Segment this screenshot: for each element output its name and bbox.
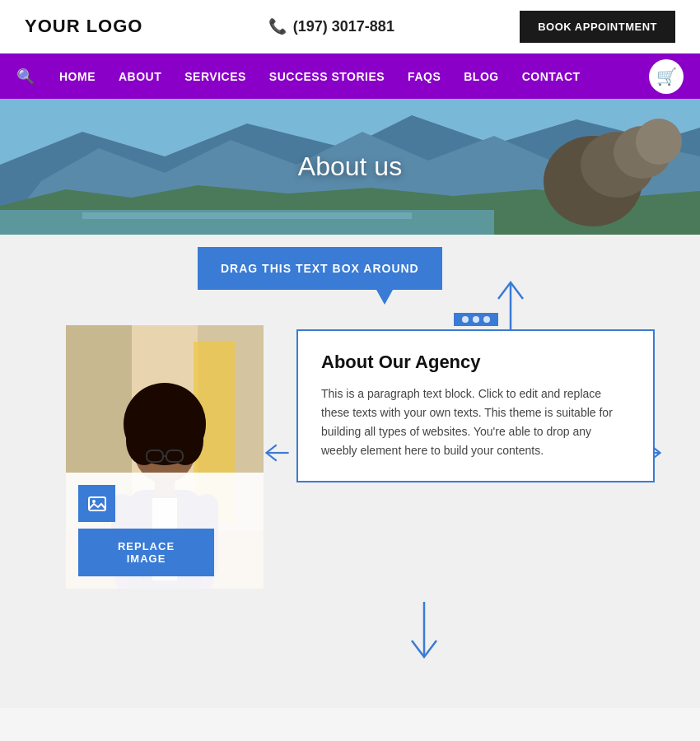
image-picker-icon-button[interactable]	[78, 485, 115, 522]
svg-rect-35	[89, 497, 105, 510]
nav-item-blog[interactable]: BLOG	[464, 70, 498, 83]
arrow-down-icon	[404, 598, 445, 667]
about-body: This is a paragraph text block. Click to…	[321, 384, 630, 460]
phone-number: (197) 3017-881	[293, 18, 394, 35]
nav-item-home[interactable]: HOME	[59, 70, 96, 83]
site-header: YOUR LOGO 📞 (197) 3017-881 BOOK APPOINTM…	[0, 0, 700, 54]
image-overlay: REPLACE IMAGE	[66, 473, 264, 589]
nav-item-success-stories[interactable]: SUCCESS STORIES	[269, 70, 385, 83]
cart-icon: 🛒	[656, 67, 677, 86]
image-icon	[87, 494, 107, 514]
main-navbar: 🔍 HOME ABOUT SERVICES SUCCESS STORIES FA…	[0, 54, 700, 99]
nav-links: HOME ABOUT SERVICES SUCCESS STORIES FAQS…	[59, 69, 581, 84]
about-title: About Our Agency	[321, 352, 630, 373]
hero-title: About us	[298, 151, 402, 182]
nav-item-contact[interactable]: CONTACT	[522, 70, 581, 83]
handle-dot-3	[483, 316, 490, 323]
book-appointment-button[interactable]: BOOK APPOINTMENT	[520, 11, 675, 43]
hero-banner: About us	[0, 99, 700, 235]
replace-image-button[interactable]: REPLACE IMAGE	[78, 529, 214, 576]
logo: YOUR LOGO	[25, 16, 142, 37]
about-box[interactable]: About Our Agency This is a paragraph tex…	[296, 329, 655, 482]
drag-handle[interactable]	[454, 313, 498, 326]
nav-item-faqs[interactable]: FAQS	[408, 70, 441, 83]
svg-point-29	[126, 416, 162, 465]
handle-dot-2	[473, 316, 479, 323]
content-area: DRAG THIS TEXT BOX AROUND	[0, 235, 700, 708]
cart-button[interactable]: 🛒	[649, 59, 684, 94]
handle-dot-1	[462, 316, 469, 323]
arrow-left-icon	[264, 440, 292, 468]
image-section: REPLACE IMAGE	[66, 325, 264, 589]
search-icon[interactable]: 🔍	[16, 68, 35, 86]
svg-point-30	[167, 416, 203, 465]
nav-left: 🔍 HOME ABOUT SERVICES SUCCESS STORIES FA…	[16, 68, 581, 86]
svg-point-36	[92, 500, 96, 503]
phone-icon: 📞	[268, 17, 287, 35]
nav-item-services[interactable]: SERVICES	[184, 70, 246, 83]
svg-rect-9	[82, 212, 412, 219]
nav-item-about[interactable]: ABOUT	[119, 70, 161, 83]
phone-section: 📞 (197) 3017-881	[268, 17, 394, 35]
svg-point-7	[636, 119, 682, 165]
drag-textbox[interactable]: DRAG THIS TEXT BOX AROUND	[198, 247, 442, 290]
